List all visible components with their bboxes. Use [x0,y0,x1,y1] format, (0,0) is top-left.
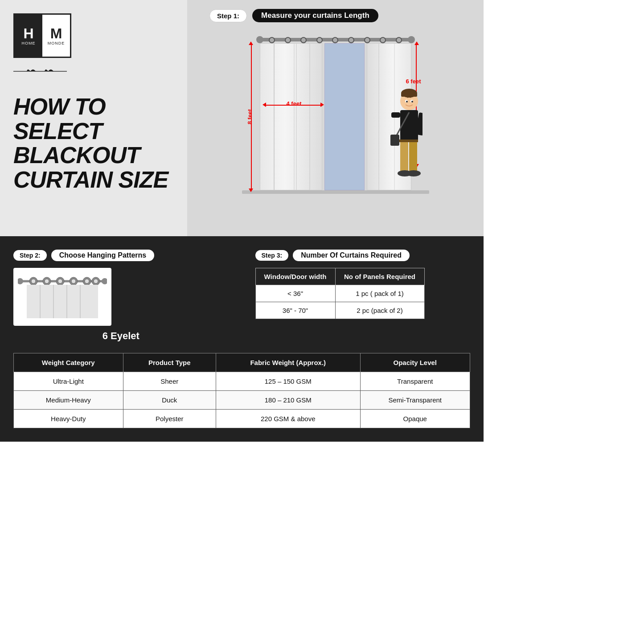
ring [348,37,354,43]
dim-8ft-arrow-bot [249,189,253,192]
logo-left: H HOME [15,15,42,57]
logo-m-letter: M [50,26,62,41]
panels-row-2: 36" - 70" 2 pc (pack of 2) [255,302,424,319]
panels-row1-panels: 1 pc ( pack of 1) [335,285,424,302]
dim-6ft-arrow-top [414,41,419,45]
curtain-panel-left [260,43,322,190]
panels-col1-header: Window/Door width [255,268,335,285]
panels-col2-header: No of Panels Required [335,268,424,285]
fabric-col4-header: Opacity Level [360,353,470,372]
step3-header: Step 3: Number Of Curtains Required [255,250,471,261]
person-figure [387,88,422,190]
fabric-row1-opacity: Transparent [360,372,470,391]
logo-h-letter: H [23,26,33,41]
panels-row2-panels: 2 pc (pack of 2) [335,302,424,319]
fabric-row-3: Heavy-Duty Polyester 220 GSM & above Opa… [14,410,470,428]
step1-badge: Step 1: [209,9,247,22]
left-panel: H HOME M MONDE HOW TO SELECT BLACKOUT [0,0,187,236]
ring [285,37,291,43]
fabric-col3-header: Fabric Weight (Approx.) [216,353,360,372]
ring [364,37,370,43]
svg-point-17 [411,101,413,103]
main-heading: HOW TO SELECT BLACKOUT CURTAIN SIZE [13,94,174,192]
dim-8ft-label: 8 feet [246,109,253,124]
panels-row-1: < 36" 1 pc ( pack of 1) [255,285,424,302]
svg-point-20 [102,278,107,284]
fabric-row1-weight: Ultra-Light [14,372,123,391]
curtain-rings [264,37,407,43]
svg-point-26 [58,279,62,283]
bird-svg-icon [13,67,67,85]
fabric-row2-opacity: Semi-Transparent [360,391,470,410]
fabric-row3-opacity: Opaque [360,410,470,428]
dim-8ft-arrow-top [249,41,253,45]
step3-area: Step 3: Number Of Curtains Required Wind… [255,250,471,342]
eyelet-svg-icon [18,272,107,321]
logo-monde-text: MONDE [48,41,65,45]
ring [380,37,386,43]
dim-4ft-label: 4 feet [287,100,302,107]
curtain-illustration: 8 feet 4 feet 6 feet [242,33,429,207]
logo-home-text: HOME [22,41,36,45]
top-section: H HOME M MONDE HOW TO SELECT BLACKOUT [0,0,484,236]
step3-badge: Step 3: [255,250,289,261]
step2-title: Choose Hanging Patterns [51,250,155,261]
fabric-table: Weight Category Product Type Fabric Weig… [13,353,470,428]
eyelet-box [13,268,111,326]
ring [332,37,338,43]
step3-title: Number Of Curtains Required [293,250,410,261]
curtain-panel-middle [324,43,365,190]
svg-rect-3 [401,93,417,97]
ring [396,37,402,43]
fabric-row3-weight: Heavy-Duty [14,410,123,428]
svg-point-28 [71,279,76,283]
svg-rect-9 [400,140,408,172]
step2-area: Step 2: Choose Hanging Patterns [13,250,229,342]
bottom-section: Step 2: Choose Hanging Patterns [0,236,484,442]
svg-rect-8 [390,135,399,146]
panels-row2-width: 36" - 70" [255,302,335,319]
floor-line [242,190,429,194]
ring [300,37,307,43]
step2-header: Step 2: Choose Hanging Patterns [13,250,229,261]
fabric-row-2: Medium-Heavy Duck 180 – 210 GSM Semi-Tra… [14,391,470,410]
panels-table: Window/Door width No of Panels Required … [255,268,425,319]
step2-badge: Step 2: [13,250,47,261]
ring [269,37,275,43]
svg-point-32 [94,279,98,283]
dim-4ft-arrow-right [320,103,324,107]
svg-rect-5 [391,112,400,118]
svg-rect-4 [400,110,418,141]
svg-point-13 [406,170,421,176]
right-panel: Step 1: Measure your curtains Length [187,0,484,236]
eyelet-label: 6 Eyelet [13,330,229,342]
fabric-row1-type: Sheer [123,372,216,391]
svg-point-30 [85,279,89,283]
dim-4ft-arrow-left [263,103,266,107]
fabric-col2-header: Product Type [123,353,216,372]
svg-point-16 [406,101,408,103]
fabric-col1-header: Weight Category [14,353,123,372]
svg-rect-33 [27,285,98,318]
svg-point-22 [31,279,36,283]
dim-6ft-label: 6 feet [406,78,421,85]
svg-point-19 [18,278,23,284]
ring [316,37,323,43]
logo-right: M MONDE [42,15,70,57]
svg-point-24 [45,279,49,283]
fabric-row2-type: Duck [123,391,216,410]
step1-title: Measure your curtains Length [252,9,378,22]
svg-rect-11 [399,139,418,142]
fabric-row1-gsm: 125 – 150 GSM [216,372,360,391]
fabric-row3-gsm: 220 GSM & above [216,410,360,428]
step-row: Step 2: Choose Hanging Patterns [13,250,470,342]
fabric-row-1: Ultra-Light Sheer 125 – 150 GSM Transpar… [14,372,470,391]
fabric-row3-type: Polyester [123,410,216,428]
bird-decoration-icon [13,67,174,86]
logo: H HOME M MONDE [13,13,71,58]
panels-row1-width: < 36" [255,285,335,302]
svg-rect-10 [409,140,417,172]
step1-header: Step 1: Measure your curtains Length [209,9,378,22]
fabric-row2-gsm: 180 – 210 GSM [216,391,360,410]
fabric-row2-weight: Medium-Heavy [14,391,123,410]
